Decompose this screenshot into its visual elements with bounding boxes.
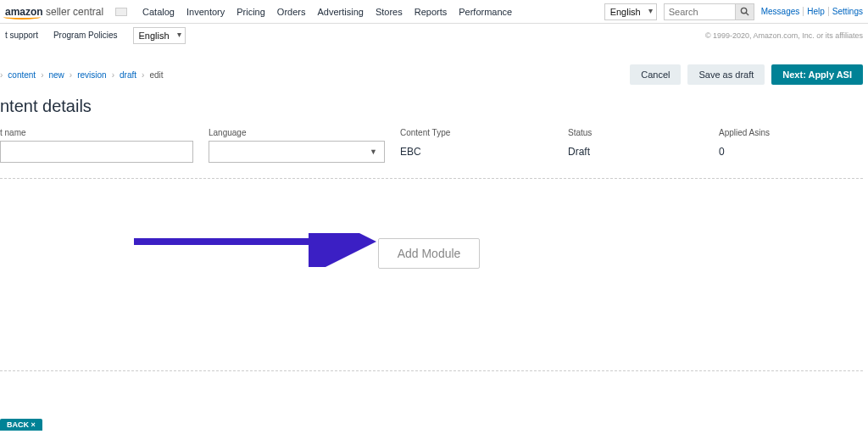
crumb-revision[interactable]: revision xyxy=(77,70,106,80)
link-help[interactable]: Help xyxy=(803,7,825,16)
subnav-support[interactable]: t support xyxy=(5,31,38,40)
flag-icon[interactable] xyxy=(115,8,127,16)
field-content-name: t name xyxy=(0,128,193,163)
search-input[interactable] xyxy=(664,3,736,20)
nav-stores[interactable]: Stores xyxy=(376,7,403,17)
sub-nav: t support Program Policies English © 199… xyxy=(0,24,868,47)
chevron-right-icon: › xyxy=(142,70,144,80)
nav-inventory[interactable]: Inventory xyxy=(186,7,225,17)
crumb-new[interactable]: new xyxy=(49,70,64,80)
status-label: Status xyxy=(568,128,704,137)
sub-nav-left: t support Program Policies English xyxy=(5,27,186,44)
field-language: Language xyxy=(209,128,385,163)
chevron-right-icon: › xyxy=(70,70,72,80)
brand-logo: amazon seller central xyxy=(0,6,108,18)
field-content-type: Content Type EBC xyxy=(400,128,553,163)
status-value: Draft xyxy=(568,141,704,158)
module-zone: Add Module xyxy=(0,179,863,371)
breadcrumb: › content › new › revision › draft › edi… xyxy=(0,70,164,80)
field-status: Status Draft xyxy=(568,128,704,163)
top-nav: amazon seller central Catalog Inventory … xyxy=(0,0,868,24)
nav-orders[interactable]: Orders xyxy=(277,7,306,17)
field-applied-asins: Applied Asins 0 xyxy=(719,128,854,163)
language-select-top-value: English xyxy=(610,7,641,17)
page-title: ntent details xyxy=(0,90,868,128)
add-module-button[interactable]: Add Module xyxy=(378,238,481,269)
language-select[interactable] xyxy=(209,141,385,163)
cancel-button[interactable]: Cancel xyxy=(630,64,681,85)
brand-part2: seller central xyxy=(43,6,103,18)
save-as-draft-button[interactable]: Save as draft xyxy=(687,64,765,85)
content-type-value: EBC xyxy=(400,141,553,158)
content-details: t name Language Content Type EBC Status … xyxy=(0,128,863,179)
brand-part1: amazon xyxy=(5,6,43,18)
chevron-right-icon: › xyxy=(0,70,3,80)
top-utility-links: Messages Help Settings xyxy=(761,7,863,16)
crumb-draft[interactable]: draft xyxy=(120,70,136,80)
content-type-label: Content Type xyxy=(400,128,553,137)
action-row: › content › new › revision › draft › edi… xyxy=(0,47,868,90)
language-label: Language xyxy=(209,128,385,137)
applied-asins-value: 0 xyxy=(719,141,854,158)
nav-advertising[interactable]: Advertising xyxy=(317,7,363,17)
next-apply-asins-button[interactable]: Next: Apply ASI xyxy=(771,64,863,85)
page-actions: Cancel Save as draft Next: Apply ASI xyxy=(630,64,863,85)
svg-line-1 xyxy=(746,13,748,15)
crumb-edit: edit xyxy=(149,70,163,80)
nav-performance[interactable]: Performance xyxy=(459,7,512,17)
content-name-label: t name xyxy=(0,128,193,137)
search-icon xyxy=(740,7,749,16)
subnav-program-policies[interactable]: Program Policies xyxy=(53,31,118,40)
language-select-sub-value: English xyxy=(139,31,170,41)
back-button[interactable]: BACK × xyxy=(0,419,42,431)
language-select-sub[interactable]: English xyxy=(133,27,186,44)
top-nav-right: English Messages Help Settings xyxy=(604,3,863,20)
primary-nav: Catalog Inventory Pricing Orders Adverti… xyxy=(142,7,512,17)
search-button[interactable] xyxy=(736,3,754,20)
copyright-text: © 1999-2020, Amazon.com, Inc. or its aff… xyxy=(705,31,863,40)
content-name-input[interactable] xyxy=(0,141,193,163)
nav-catalog[interactable]: Catalog xyxy=(142,7,175,17)
nav-reports[interactable]: Reports xyxy=(415,7,448,17)
link-messages[interactable]: Messages xyxy=(761,7,800,16)
svg-point-0 xyxy=(741,8,746,13)
search-wrap xyxy=(664,3,754,20)
applied-asins-label: Applied Asins xyxy=(719,128,854,137)
crumb-content[interactable]: content xyxy=(8,70,36,80)
language-select-top[interactable]: English xyxy=(604,3,657,20)
link-settings[interactable]: Settings xyxy=(828,7,863,16)
chevron-right-icon: › xyxy=(41,70,43,80)
chevron-right-icon: › xyxy=(112,70,114,80)
nav-pricing[interactable]: Pricing xyxy=(236,7,265,17)
